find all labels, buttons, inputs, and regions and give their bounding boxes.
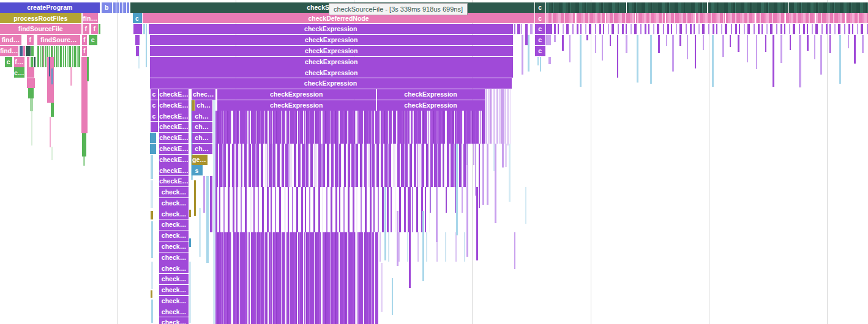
frame-checkE…[interactable]: checkE… — [159, 100, 189, 111]
frame-c…[interactable]: c… — [14, 67, 25, 78]
frame-fragment[interactable] — [610, 35, 611, 46]
frame-fragment[interactable] — [151, 290, 152, 298]
frame-check…[interactable]: check… — [159, 198, 189, 208]
frame-fragment[interactable] — [210, 176, 212, 232]
frame-checkExpression[interactable]: checkExpression — [217, 89, 376, 100]
frame-ch…[interactable]: ch… — [195, 100, 213, 111]
frame-processRootFiles[interactable]: processRootFiles — [0, 13, 81, 23]
frame-segment[interactable] — [546, 24, 552, 34]
frame-check…[interactable]: check… — [159, 208, 189, 219]
frame-checkE…[interactable]: checkE… — [159, 155, 189, 165]
frame-c[interactable]: c — [535, 2, 545, 13]
frame-fragment[interactable] — [522, 35, 523, 75]
frame-checkExpression[interactable]: checkExpression — [150, 67, 514, 78]
frame-fragment[interactable] — [466, 165, 468, 257]
frame-fragment[interactable] — [738, 35, 739, 52]
frame-c[interactable]: c — [151, 89, 158, 100]
frame-fragment[interactable] — [626, 35, 627, 53]
frame-fragment[interactable] — [83, 156, 85, 166]
frame-checkE…[interactable]: checkE… — [159, 176, 189, 186]
frame-find…[interactable]: find… — [0, 46, 18, 56]
frame-fragment[interactable] — [456, 144, 458, 235]
frame-ch…[interactable]: ch… — [192, 111, 213, 121]
frame-fragment[interactable] — [839, 35, 841, 84]
frame-fragment[interactable] — [687, 35, 688, 59]
frame-fragment[interactable] — [517, 24, 520, 34]
frame-fragment[interactable] — [31, 57, 33, 67]
frame-cluster[interactable] — [546, 13, 868, 23]
frame-fragment[interactable] — [482, 144, 484, 205]
frame-fragment[interactable] — [20, 46, 23, 56]
frame-c[interactable]: c — [535, 35, 545, 45]
frame-fragment[interactable] — [28, 88, 34, 98]
frame-segment[interactable] — [135, 35, 140, 45]
frame-fragment[interactable] — [436, 187, 438, 242]
frame-segment[interactable] — [192, 100, 195, 111]
frame-check…[interactable]: check… — [159, 187, 189, 197]
frame-c[interactable]: c — [151, 111, 158, 121]
frame-fragment[interactable] — [31, 111, 32, 145]
frame-fragment[interactable] — [30, 98, 33, 111]
frame-check…[interactable]: check… — [159, 285, 189, 295]
frame-fragment[interactable] — [666, 35, 667, 46]
frame-fragment[interactable] — [650, 35, 652, 84]
frame-fragment[interactable] — [525, 187, 526, 224]
frame-findSourc…[interactable]: findSourc… — [37, 35, 80, 45]
frame-fragment[interactable] — [87, 57, 89, 81]
frame-fragment[interactable] — [151, 300, 153, 323]
frame-fragment[interactable] — [151, 180, 153, 208]
frame-fragment[interactable] — [151, 262, 153, 289]
frame-fragment[interactable] — [562, 35, 564, 51]
frame-fragment[interactable] — [862, 35, 864, 53]
frame-fragment[interactable] — [476, 187, 478, 260]
frame-fragment[interactable] — [602, 35, 603, 61]
frame-checkExpression[interactable]: checkExpression — [149, 24, 514, 34]
frame-fragment[interactable] — [27, 67, 35, 78]
frame-fragment[interactable] — [51, 103, 54, 117]
frame-fragment[interactable] — [381, 263, 383, 312]
frame-b[interactable]: b — [102, 2, 113, 13]
frame-fragment[interactable] — [213, 89, 215, 324]
frame-fragment[interactable] — [548, 57, 551, 64]
frame-cluster[interactable] — [37, 46, 80, 68]
frame-check…[interactable]: check… — [159, 219, 189, 230]
frame-ch…[interactable]: ch… — [192, 144, 213, 154]
frame-f…[interactable]: f… — [14, 57, 25, 67]
frame-fragment[interactable] — [50, 117, 51, 147]
frame-fragment[interactable] — [554, 35, 556, 42]
frame-fragment[interactable] — [780, 35, 782, 63]
frame-fragment[interactable] — [51, 68, 53, 84]
frame-fragment[interactable] — [530, 24, 533, 34]
frame-checkExpression[interactable]: checkExpression — [150, 35, 514, 45]
frame-fragment[interactable] — [722, 35, 724, 57]
frame-fragment[interactable] — [502, 89, 504, 168]
frame-fragment[interactable] — [392, 278, 393, 315]
frame-fragment[interactable] — [51, 147, 53, 160]
frame-fragment[interactable] — [189, 238, 191, 247]
frame-fragment[interactable] — [31, 46, 34, 56]
frame-fragment[interactable] — [495, 144, 496, 223]
frame-segment[interactable] — [150, 144, 156, 154]
frame-c[interactable]: c — [535, 13, 545, 23]
frame-fragment[interactable] — [637, 35, 638, 83]
frame-fragment[interactable] — [586, 35, 588, 40]
frame-cluster[interactable] — [215, 232, 378, 324]
frame-fragment[interactable] — [203, 176, 205, 213]
frame-segment[interactable] — [136, 46, 139, 56]
frame-fragment[interactable] — [569, 35, 571, 62]
frame-fragment[interactable] — [26, 46, 31, 56]
frame-fragment[interactable] — [505, 144, 507, 167]
frame-cluster[interactable] — [380, 232, 471, 262]
frame-ch…[interactable]: ch… — [192, 133, 213, 143]
frame-fragment[interactable] — [730, 35, 731, 47]
frame-cluster[interactable] — [215, 144, 466, 187]
frame-ge…[interactable]: ge… — [192, 155, 208, 165]
frame-segment[interactable] — [150, 133, 156, 143]
frame-fragment[interactable] — [194, 180, 196, 216]
frame-fragment[interactable] — [580, 35, 582, 87]
frame-fragment[interactable] — [409, 187, 411, 288]
frame-check…[interactable]: check… — [159, 317, 189, 324]
frame-fragment[interactable] — [807, 35, 809, 51]
frame-segment[interactable] — [546, 35, 551, 45]
frame-fragment[interactable] — [537, 57, 539, 65]
